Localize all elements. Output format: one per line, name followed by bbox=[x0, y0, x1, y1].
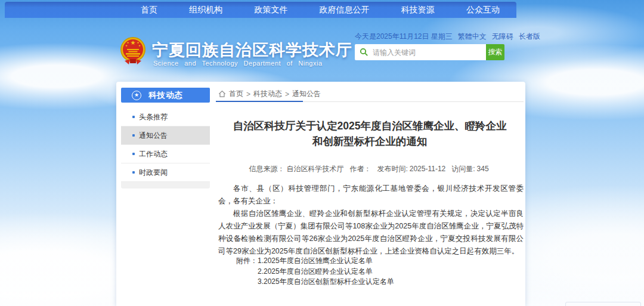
svg-text:★: ★ bbox=[125, 44, 128, 47]
header-utility-row: 今天是2025年11月12日 星期三 繁體中文 无障碍 长者版 bbox=[355, 32, 521, 42]
meta-views-label: 访问量: bbox=[451, 165, 475, 173]
article-paragraph: 根据自治区雏鹰企业、瞪羚企业和创新型标杆企业认定管理有关规定，决定认定半亩良人农… bbox=[218, 208, 524, 258]
page-background: 首页 组织机构 政策文件 政府信息公开 科技资源 公众互动 ★ ★ ★ ★ ★ … bbox=[0, 0, 644, 306]
sidebar-item-headlines[interactable]: 头条推荐 bbox=[121, 108, 210, 126]
bullet-icon bbox=[132, 171, 135, 174]
attachment-link-eagle-list[interactable]: 1.2025年度自治区雏鹰企业认定名单 bbox=[258, 256, 394, 267]
article-title-line1: 自治区科技厅关于认定2025年度自治区雏鹰企业、瞪羚企业 bbox=[216, 118, 524, 134]
breadcrumb-active-underline bbox=[216, 101, 303, 102]
sidebar-item-work-updates[interactable]: 工作动态 bbox=[121, 145, 210, 163]
search-bar: 搜索 bbox=[355, 44, 504, 60]
article-title: 自治区科技厅关于认定2025年度自治区雏鹰企业、瞪羚企业 和创新型标杆企业的通知 bbox=[216, 118, 524, 149]
nav-item-sci-tech-resources[interactable]: 科技资源 bbox=[401, 5, 435, 16]
breadcrumb-divider-line bbox=[303, 101, 524, 102]
attachments-label: 附件： bbox=[236, 256, 258, 288]
sidebar-title: 科技动态 bbox=[148, 90, 183, 101]
traditional-chinese-link[interactable]: 繁體中文 bbox=[458, 32, 487, 42]
sidebar-item-label: 时政要闻 bbox=[139, 168, 168, 178]
home-icon bbox=[218, 90, 226, 98]
attachments-block: 附件： 1.2025年度自治区雏鹰企业认定名单 2.2025年度自治区瞪羚企业认… bbox=[236, 256, 394, 288]
bullet-icon bbox=[132, 153, 135, 155]
breadcrumb-sci-tech-news[interactable]: 科技动态 bbox=[253, 89, 282, 99]
sidebar-footer-strip bbox=[121, 182, 210, 188]
search-input-wrap bbox=[355, 44, 486, 60]
nav-item-home[interactable]: 首页 bbox=[141, 5, 157, 16]
meta-time-label: 发布时间: bbox=[377, 165, 407, 173]
attachment-link-benchmark-list[interactable]: 3.2025年度自治区创新型标杆企业认定名单 bbox=[258, 277, 394, 288]
elderly-version-link[interactable]: 长者版 bbox=[519, 32, 540, 42]
meta-source-value: 自治区科学技术厅 bbox=[286, 165, 343, 173]
breadcrumb-separator: > bbox=[246, 90, 250, 98]
attachments-list: 1.2025年度自治区雏鹰企业认定名单 2.2025年度自治区瞪羚企业认定名单 … bbox=[258, 256, 394, 288]
article-title-line2: 和创新型标杆企业的通知 bbox=[216, 134, 524, 149]
sidebar-item-label: 工作动态 bbox=[139, 149, 168, 159]
article-body: 各市、县（区）科技管理部门，宁东能源化工基地管委会，银川经济技术开发区管委会，各… bbox=[218, 183, 524, 258]
nav-menu: 首页 组织机构 政策文件 政府信息公开 科技资源 公众互动 bbox=[141, 5, 500, 16]
bullet-icon bbox=[132, 116, 135, 118]
meta-source-label: 信息来源： bbox=[249, 165, 284, 173]
site-subtitle-english: Science and Technology Department of Nin… bbox=[153, 60, 323, 67]
nav-item-gov-info-disclosure[interactable]: 政府信息公开 bbox=[320, 5, 370, 16]
breadcrumb: 首页 > 科技动态 > 通知公告 bbox=[218, 89, 321, 99]
site-title: 宁夏回族自治区科学技术厅 bbox=[152, 39, 352, 61]
current-date-text: 今天是2025年11月12日 星期三 bbox=[355, 32, 453, 42]
nav-item-policy-documents[interactable]: 政策文件 bbox=[254, 5, 287, 16]
sidebar-header: ★ 科技动态 bbox=[121, 88, 210, 103]
breadcrumb-home[interactable]: 首页 bbox=[229, 89, 243, 99]
search-input[interactable] bbox=[355, 44, 486, 60]
search-icon bbox=[360, 48, 369, 57]
sidebar-item-label: 头条推荐 bbox=[139, 112, 168, 122]
svg-text:★: ★ bbox=[138, 44, 141, 47]
meta-views-value: 345 bbox=[477, 165, 489, 173]
svg-text:★: ★ bbox=[131, 39, 136, 46]
nav-item-public-interaction[interactable]: 公众互动 bbox=[466, 5, 500, 16]
sidebar-menu: 头条推荐 通知公告 工作动态 时政要闻 bbox=[121, 108, 210, 188]
sidebar-item-notices[interactable]: 通知公告 bbox=[121, 126, 210, 145]
top-navigation-bar: 首页 组织机构 政策文件 政府信息公开 科技资源 公众互动 bbox=[5, 2, 516, 18]
article-meta: 信息来源：自治区科学技术厅作者：发布时间:2025-11-12访问量:345 bbox=[216, 164, 524, 174]
breadcrumb-separator: > bbox=[285, 90, 289, 98]
accessibility-link[interactable]: 无障碍 bbox=[492, 32, 513, 42]
national-emblem-logo[interactable]: ★ ★ ★ ★ ★ bbox=[120, 35, 146, 67]
meta-time-value: 2025-11-12 bbox=[410, 165, 446, 173]
bottom-corner-widget bbox=[565, 302, 641, 306]
breadcrumb-notices[interactable]: 通知公告 bbox=[292, 89, 321, 99]
meta-author-label: 作者： bbox=[349, 165, 371, 173]
nav-item-organization[interactable]: 组织机构 bbox=[189, 5, 222, 16]
search-button[interactable]: 搜索 bbox=[486, 44, 504, 60]
article-paragraph: 各市、县（区）科技管理部门，宁东能源化工基地管委会，银川经济技术开发区管委会，各… bbox=[218, 183, 524, 208]
star-circle-icon: ★ bbox=[132, 91, 141, 100]
attachment-link-gazelle-list[interactable]: 2.2025年度自治区瞪羚企业认定名单 bbox=[258, 267, 394, 277]
sidebar-item-current-politics[interactable]: 时政要闻 bbox=[121, 163, 210, 182]
sidebar-item-label: 通知公告 bbox=[139, 131, 168, 141]
bullet-icon bbox=[132, 134, 135, 137]
